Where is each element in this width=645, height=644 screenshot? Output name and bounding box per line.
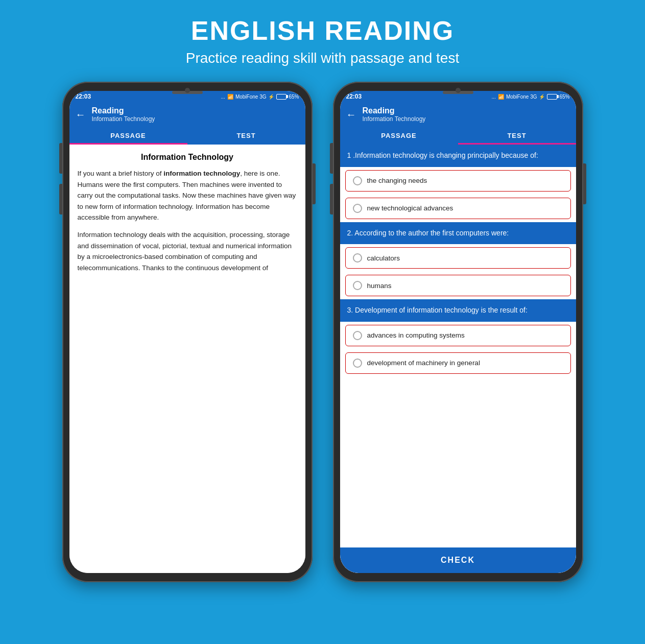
passage-text: If you want a brief history of informati… — [78, 168, 297, 273]
question-1-text: 1 .Information technology is changing pr… — [347, 151, 538, 159]
phone-right: 22:03 ... 📶 MobiFone 3G ⚡ 65% ← Reading … — [333, 82, 583, 582]
check-button-label: CHECK — [441, 556, 475, 564]
app-bar-left: ← Reading Information Technology — [69, 102, 305, 127]
answer-3a-label: advances in computing systems — [367, 331, 465, 339]
tab-test-left[interactable]: TEST — [187, 127, 305, 145]
main-subtitle: Practice reading skill with passage and … — [186, 50, 459, 66]
app-bar-text-right: Reading Information Technology — [363, 106, 426, 123]
question-1-block: 1 .Information technology is changing pr… — [340, 145, 576, 167]
header: ENGLISH READING Practice reading skill w… — [176, 0, 469, 71]
volume-down-button[interactable] — [59, 184, 62, 214]
radio-1b — [353, 204, 362, 213]
power-button-right[interactable] — [583, 163, 586, 204]
status-right-left: ... 📶 MobiFone 3G ⚡ 65% — [221, 94, 299, 100]
status-bar-right: 22:03 ... 📶 MobiFone 3G ⚡ 65% — [340, 91, 576, 102]
question-2-block: 2. According to the author the first com… — [340, 222, 576, 245]
answer-3a[interactable]: advances in computing systems — [345, 325, 571, 346]
passage-paragraph-2: Information technology deals with the ac… — [78, 229, 297, 273]
passage-title: Information Technology — [78, 153, 297, 162]
status-bar-left: 22:03 ... 📶 MobiFone 3G ⚡ 65% — [69, 91, 305, 102]
phone-right-screen: 22:03 ... 📶 MobiFone 3G ⚡ 65% ← Reading … — [340, 91, 576, 573]
answer-3b[interactable]: development of machinery in general — [345, 352, 571, 374]
signal-bars: 📶 — [227, 94, 233, 100]
tab-passage-right[interactable]: PASSAGE — [340, 127, 458, 145]
status-time-right: 22:03 — [346, 93, 362, 100]
signal-dots-right: ... — [492, 94, 496, 100]
answer-2b-label: humans — [367, 282, 392, 290]
main-title: ENGLISH READING — [186, 15, 459, 46]
back-button-right[interactable]: ← — [346, 109, 356, 121]
tabs-right: PASSAGE TEST — [340, 127, 576, 145]
app-bar-right: ← Reading Information Technology — [340, 102, 576, 127]
question-3-text: 3. Development of information technology… — [347, 306, 528, 314]
answer-1b-label: new technological advances — [367, 204, 453, 212]
radio-1a — [353, 176, 362, 185]
radio-3b — [353, 359, 362, 368]
phone-left: 22:03 ... 📶 MobiFone 3G ⚡ 65% ← Reading … — [62, 82, 313, 582]
radio-2b — [353, 281, 362, 290]
battery-icon-right — [547, 94, 557, 100]
answer-2a[interactable]: calculators — [345, 247, 571, 269]
tab-test-right[interactable]: TEST — [458, 127, 576, 145]
answer-1a[interactable]: the changing needs — [345, 170, 571, 192]
app-bar-title-left: Reading — [92, 106, 155, 115]
tabs-left: PASSAGE TEST — [69, 127, 305, 145]
status-right-right: ... 📶 MobiFone 3G ⚡ 65% — [492, 94, 570, 100]
signal-dots: ... — [221, 94, 225, 100]
lightning-icon-right: ⚡ — [539, 94, 545, 100]
battery-icon-left — [276, 94, 286, 100]
answer-3b-label: development of machinery in general — [367, 359, 480, 367]
phone-left-screen: 22:03 ... 📶 MobiFone 3G ⚡ 65% ← Reading … — [69, 91, 305, 573]
passage-content: Information Technology If you want a bri… — [69, 145, 305, 573]
passage-paragraph-1: If you want a brief history of informati… — [78, 168, 297, 223]
app-bar-subtitle-left: Information Technology — [92, 115, 155, 123]
power-button[interactable] — [313, 163, 316, 204]
tab-passage-left[interactable]: PASSAGE — [69, 127, 187, 145]
back-button-left[interactable]: ← — [76, 109, 86, 121]
lightning-icon: ⚡ — [268, 94, 274, 100]
answer-2a-label: calculators — [367, 254, 400, 262]
app-bar-text-left: Reading Information Technology — [92, 106, 155, 123]
status-time-left: 22:03 — [76, 93, 91, 100]
answer-1a-label: the changing needs — [367, 177, 427, 184]
check-button[interactable]: CHECK — [340, 547, 576, 573]
radio-3a — [353, 331, 362, 340]
answer-1b[interactable]: new technological advances — [345, 198, 571, 219]
signal-bars-right: 📶 — [498, 94, 504, 100]
radio-2a — [353, 253, 362, 263]
test-content: 1 .Information technology is changing pr… — [340, 145, 576, 573]
question-2-text: 2. According to the author the first com… — [347, 229, 509, 237]
app-bar-subtitle-right: Information Technology — [363, 115, 426, 123]
battery-percent-right: 65% — [559, 94, 569, 100]
network-label-left: MobiFone 3G — [235, 94, 267, 100]
volume-up-button[interactable] — [59, 143, 62, 174]
question-3-block: 3. Development of information technology… — [340, 299, 576, 322]
volume-down-button-right[interactable] — [330, 184, 333, 214]
network-label-right: MobiFone 3G — [506, 94, 537, 100]
volume-up-button-right[interactable] — [330, 143, 333, 174]
answer-2b[interactable]: humans — [345, 275, 571, 296]
app-bar-title-right: Reading — [363, 106, 426, 115]
phones-container: 22:03 ... 📶 MobiFone 3G ⚡ 65% ← Reading … — [62, 82, 583, 582]
battery-percent-left: 65% — [289, 94, 299, 100]
